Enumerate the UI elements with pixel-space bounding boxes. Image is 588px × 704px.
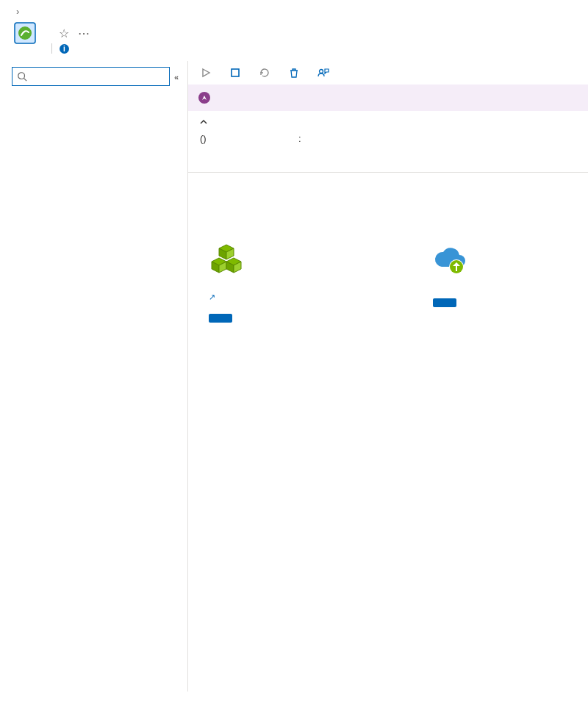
svg-point-5: [320, 70, 323, 73]
chevron-up-icon: [200, 118, 207, 126]
search-input[interactable]: [32, 71, 165, 83]
rocket-icon: [198, 92, 210, 104]
favorite-icon[interactable]: ☆: [59, 26, 69, 40]
more-menu-icon[interactable]: ⋯: [78, 26, 90, 40]
create-app-button[interactable]: [209, 314, 232, 323]
card-migrate-apps: [433, 242, 567, 323]
refresh-icon: [259, 67, 270, 79]
essentials-tags-key: (): [200, 133, 298, 144]
spring-apps-icon: [13, 21, 37, 45]
cards-row: [188, 234, 588, 330]
cloud-upload-icon: [433, 242, 468, 277]
card-desc: [209, 291, 411, 302]
svg-point-1: [18, 26, 32, 40]
flush-dns-button[interactable]: [259, 67, 275, 79]
feedback-button[interactable]: [318, 67, 334, 79]
start-button[interactable]: [200, 67, 216, 79]
learn-more-button[interactable]: [433, 298, 456, 307]
trash-icon: [288, 67, 300, 79]
stop-button[interactable]: [229, 67, 245, 79]
play-icon: [200, 67, 212, 79]
cubes-icon: [209, 242, 244, 277]
svg-point-2: [18, 73, 25, 79]
sidebar: «: [0, 61, 188, 692]
hero: [188, 173, 588, 234]
resource-subheader: i: [0, 43, 588, 61]
card-get-started: [209, 242, 411, 323]
resource-header: ☆ ⋯: [0, 17, 588, 45]
toolbar: [188, 64, 588, 82]
search-box[interactable]: [12, 67, 170, 86]
stop-icon: [229, 67, 241, 79]
main-content: () :: [188, 61, 588, 692]
info-banner[interactable]: [188, 85, 588, 111]
info-icon: i: [60, 44, 69, 54]
essentials-toggle[interactable]: [188, 111, 588, 130]
svg-line-3: [24, 79, 27, 82]
feedback-icon: [318, 67, 329, 79]
delete-button[interactable]: [288, 67, 304, 79]
tabs: [188, 147, 588, 173]
svg-rect-4: [232, 69, 239, 76]
view-tutorial-link[interactable]: [209, 291, 215, 302]
search-icon: [17, 71, 27, 82]
chevron-right-icon: ›: [13, 6, 22, 17]
hero-subtitle: [209, 198, 567, 220]
breadcrumb: ›: [0, 0, 588, 17]
collapse-sidebar-icon[interactable]: «: [170, 73, 183, 82]
